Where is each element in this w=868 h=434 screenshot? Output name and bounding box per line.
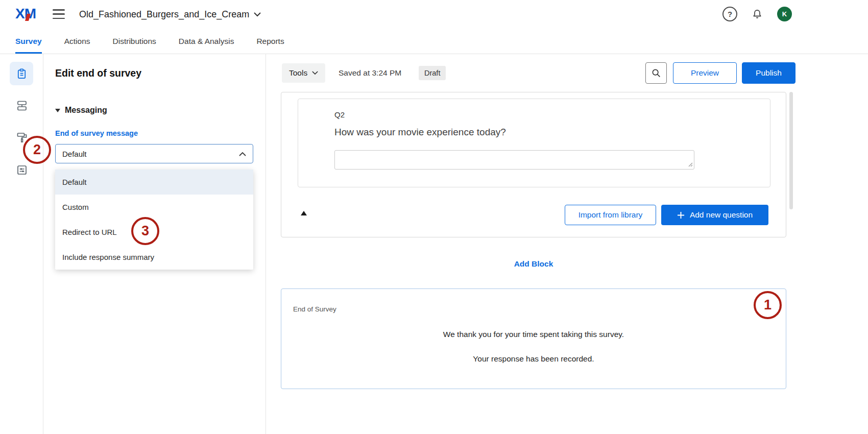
help-icon[interactable]: ? xyxy=(722,7,737,21)
publish-button[interactable]: Publish xyxy=(742,62,795,84)
end-of-survey-label: End of Survey xyxy=(293,305,336,313)
bell-icon[interactable] xyxy=(750,7,764,21)
help-glyph: ? xyxy=(728,10,732,18)
messaging-section-toggle[interactable]: Messaging xyxy=(55,106,107,115)
qualtrics-survey-builder: XM Old_Fashioned_Burgers_and_Ice_Cream ?… xyxy=(0,0,868,434)
annotation-circle-1: 1 xyxy=(754,291,782,319)
question-text: How was your movie experience today? xyxy=(334,127,506,138)
end-of-survey-thanks-text: We thank you for your time spent taking … xyxy=(281,330,786,339)
rail-item-survey-options[interactable] xyxy=(15,163,29,177)
survey-title: Old_Fashioned_Burgers_and_Ice_Cream xyxy=(79,9,249,20)
add-new-question-button[interactable]: Add new question xyxy=(661,205,768,225)
tools-button[interactable]: Tools xyxy=(282,63,325,83)
annotation-number: 3 xyxy=(141,223,149,239)
survey-title-dropdown[interactable]: Old_Fashioned_Burgers_and_Ice_Cream xyxy=(79,0,261,29)
rail-item-survey-flow[interactable] xyxy=(15,99,29,113)
edit-end-of-survey-panel: Edit end of survey Messaging End of surv… xyxy=(43,54,266,434)
add-new-question-label: Add new question xyxy=(690,210,753,220)
main-nav: Survey Actions Distributions Data & Anal… xyxy=(0,29,868,54)
annotation-number: 1 xyxy=(764,297,771,313)
search-button[interactable] xyxy=(645,62,667,84)
tab-distributions[interactable]: Distributions xyxy=(113,29,156,54)
question-id: Q2 xyxy=(334,110,345,119)
option-custom[interactable]: Custom xyxy=(55,195,253,220)
rail-item-builder[interactable] xyxy=(10,62,33,85)
preview-button[interactable]: Preview xyxy=(673,62,737,84)
message-type-dropdown-menu: Default Custom Redirect to URL Include r… xyxy=(55,170,253,270)
resize-handle-icon xyxy=(688,162,693,167)
annotation-circle-2: 2 xyxy=(23,136,51,164)
option-default[interactable]: Default xyxy=(55,170,253,195)
bell-glyph xyxy=(751,8,763,20)
caret-down-icon xyxy=(55,109,60,112)
plus-icon xyxy=(677,211,685,219)
answer-input[interactable] xyxy=(334,150,694,170)
chevron-down-icon xyxy=(312,71,318,75)
avatar-initial: K xyxy=(782,10,787,18)
tools-label: Tools xyxy=(289,68,307,78)
end-of-survey-block[interactable]: End of Survey We thank you for your time… xyxy=(281,288,786,389)
draft-badge: Draft xyxy=(419,66,446,80)
end-of-survey-recorded-text: Your response has been recorded. xyxy=(281,354,786,364)
survey-flow-icon xyxy=(16,100,28,112)
tab-actions[interactable]: Actions xyxy=(64,29,90,54)
top-bar: XM Old_Fashioned_Burgers_and_Ice_Cream ?… xyxy=(0,0,868,29)
survey-canvas: Tools Saved at 3:24 PM Draft Preview Pub… xyxy=(266,54,868,434)
avatar[interactable]: K xyxy=(777,7,792,21)
chevron-down-icon xyxy=(254,12,261,17)
answer-input-wrap xyxy=(334,150,694,170)
canvas-scrollbar[interactable] xyxy=(789,92,793,209)
collapse-up-icon[interactable] xyxy=(301,211,307,215)
survey-options-icon xyxy=(16,164,28,176)
tab-reports[interactable]: Reports xyxy=(256,29,284,54)
tab-data-analysis[interactable]: Data & Analysis xyxy=(179,29,234,54)
message-type-select[interactable]: Default xyxy=(55,144,253,163)
hamburger-menu-icon[interactable] xyxy=(53,9,65,19)
panel-title: Edit end of survey xyxy=(55,67,141,79)
add-block-link[interactable]: Add Block xyxy=(281,259,786,269)
messaging-section-label: Messaging xyxy=(65,106,107,115)
option-include-response-summary[interactable]: Include response summary xyxy=(55,245,253,270)
saved-status: Saved at 3:24 PM xyxy=(339,68,401,78)
import-from-library-button[interactable]: Import from library xyxy=(565,205,656,225)
search-icon xyxy=(650,67,662,79)
clipboard-icon xyxy=(16,68,28,80)
question-block: Q2 How was your movie experience today? … xyxy=(281,92,786,237)
question-card[interactable]: Q2 How was your movie experience today? xyxy=(298,99,770,187)
annotation-circle-3: 3 xyxy=(131,217,159,245)
tab-survey[interactable]: Survey xyxy=(15,29,42,54)
end-of-survey-message-link[interactable]: End of survey message xyxy=(55,129,138,137)
chevron-up-icon xyxy=(239,152,246,156)
annotation-number: 2 xyxy=(33,142,41,158)
message-type-select-value: Default xyxy=(62,150,239,158)
builder-icon-rail xyxy=(0,54,43,434)
